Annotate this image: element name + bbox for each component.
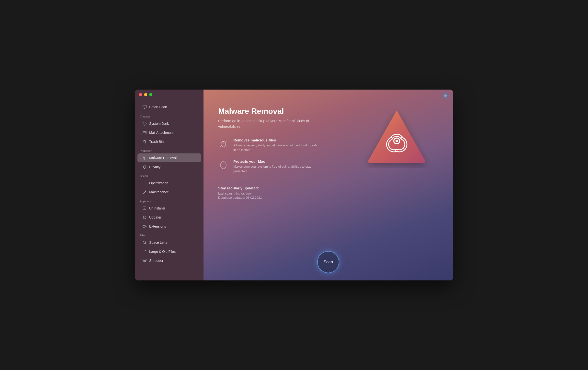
- feature-text-removes-malicious: Removes malicious files Allows to review…: [233, 138, 319, 152]
- feature-desc-2: Makes sure your system is free of vulner…: [233, 164, 319, 174]
- svg-point-10: [145, 183, 146, 184]
- content-area: Malware Removal Perform an in-depth chec…: [204, 90, 453, 249]
- bug-icon: [218, 139, 228, 149]
- sidebar-item-trash-bins[interactable]: Trash Bins: [137, 137, 201, 146]
- sidebar-item-space-lens[interactable]: Space Lens: [137, 238, 201, 247]
- sidebar-item-extensions[interactable]: Extensions: [137, 222, 201, 231]
- sidebar-item-large-old-files[interactable]: Large & Old Files: [137, 247, 201, 256]
- sidebar-label-shredder: Shredder: [149, 259, 163, 263]
- feature-desc-1: Allows to review, study and eliminate al…: [233, 143, 319, 152]
- sidebar-item-uninstaller[interactable]: Uninstaller: [137, 204, 201, 213]
- system-junk-icon: [142, 121, 147, 126]
- page-description: Perform an in-depth checkup of your Mac …: [218, 118, 311, 129]
- sidebar-item-shredder[interactable]: Shredder: [137, 256, 201, 265]
- sidebar-label-optimization: Optimization: [149, 181, 168, 185]
- app-window: Smart Scan Cleanup System Junk Mail Atta…: [135, 90, 453, 280]
- hero-illustration: [360, 102, 433, 175]
- sidebar-label-large-old-files: Large & Old Files: [149, 250, 176, 254]
- sidebar-label-smart-scan: Smart Scan: [149, 105, 167, 109]
- section-label-applications: Applications: [135, 197, 204, 204]
- shredder-icon: [142, 258, 147, 263]
- sidebar-item-updater[interactable]: Updater: [137, 213, 201, 222]
- svg-line-26: [220, 142, 221, 143]
- feature-text-protects-mac: Protects your Mac Makes sure your system…: [233, 159, 319, 174]
- updater-icon: [142, 215, 147, 220]
- sidebar-label-system-junk: System Junk: [149, 122, 169, 126]
- svg-line-17: [145, 243, 146, 244]
- feature-title-2: Protects your Mac: [233, 159, 319, 163]
- update-heading: Stay regularly updated:: [218, 186, 438, 190]
- svg-point-24: [396, 140, 398, 142]
- titlebar: [135, 90, 453, 99]
- sidebar-item-malware-removal[interactable]: Malware Removal: [137, 153, 201, 162]
- svg-line-21: [145, 261, 146, 262]
- biohazard-icon: [142, 156, 147, 160]
- privacy-icon: [142, 165, 147, 169]
- scan-button[interactable]: Scan: [317, 251, 339, 273]
- sidebar-item-system-junk[interactable]: System Junk: [137, 119, 201, 128]
- svg-point-11: [144, 184, 145, 185]
- svg-rect-18: [143, 259, 146, 260]
- sidebar-label-space-lens: Space Lens: [149, 241, 167, 244]
- svg-line-31: [225, 146, 226, 147]
- close-button[interactable]: [139, 93, 142, 96]
- scan-button-area: Scan: [204, 249, 453, 280]
- divider: [218, 181, 316, 181]
- svg-point-9: [144, 182, 145, 183]
- update-section: Stay regularly updated: Last scan: minut…: [218, 186, 438, 199]
- trash-icon: [142, 139, 147, 144]
- section-label-cleanup: Cleanup: [135, 112, 204, 119]
- maximize-button[interactable]: [149, 93, 152, 96]
- sidebar-label-maintenance: Maintenance: [149, 190, 169, 194]
- minimize-button[interactable]: [144, 93, 147, 96]
- large-files-icon: [142, 249, 147, 254]
- sidebar-label-privacy: Privacy: [149, 165, 160, 169]
- svg-line-27: [226, 142, 226, 143]
- sidebar-label-malware-removal: Malware Removal: [149, 156, 177, 160]
- smart-scan-icon: [142, 105, 147, 109]
- sidebar-item-optimization[interactable]: Optimization: [137, 179, 201, 187]
- sidebar-item-privacy[interactable]: Privacy: [137, 162, 201, 171]
- sidebar: Smart Scan Cleanup System Junk Mail Atta…: [135, 90, 204, 280]
- sidebar-item-mail-attachments[interactable]: Mail Attachments: [137, 128, 201, 137]
- sidebar-item-smart-scan[interactable]: Smart Scan: [137, 102, 201, 112]
- uninstaller-icon: [142, 206, 147, 210]
- svg-point-3: [143, 122, 146, 125]
- last-scan-text: Last scan: minutes ago: [218, 192, 438, 195]
- sidebar-label-extensions: Extensions: [149, 224, 166, 228]
- svg-line-30: [220, 146, 221, 147]
- sidebar-label-updater: Updater: [149, 215, 161, 219]
- sidebar-label-mail-attachments: Mail Attachments: [149, 131, 175, 135]
- database-updated-text: Database updated: 08.02.2021: [218, 196, 438, 199]
- sidebar-label-uninstaller: Uninstaller: [149, 206, 165, 210]
- optimization-icon: [142, 181, 147, 185]
- section-label-protection: Protection: [135, 146, 204, 153]
- svg-rect-4: [143, 131, 146, 134]
- section-label-speed: Speed: [135, 172, 204, 178]
- traffic-lights: [139, 93, 152, 96]
- space-lens-icon: [142, 240, 147, 245]
- sidebar-item-maintenance[interactable]: Maintenance: [137, 188, 201, 197]
- sidebar-label-trash-bins: Trash Bins: [149, 140, 165, 144]
- svg-line-19: [144, 261, 144, 262]
- svg-rect-15: [143, 225, 145, 227]
- extensions-icon: [142, 224, 147, 229]
- section-label-files: Files: [135, 231, 204, 238]
- mail-icon: [142, 130, 147, 135]
- feature-title-1: Removes malicious files: [233, 138, 319, 142]
- svg-rect-0: [143, 105, 146, 108]
- main-content: Malware Removal Perform an in-depth chec…: [204, 90, 453, 280]
- maintenance-icon: [142, 190, 147, 194]
- shield-icon: [218, 160, 228, 170]
